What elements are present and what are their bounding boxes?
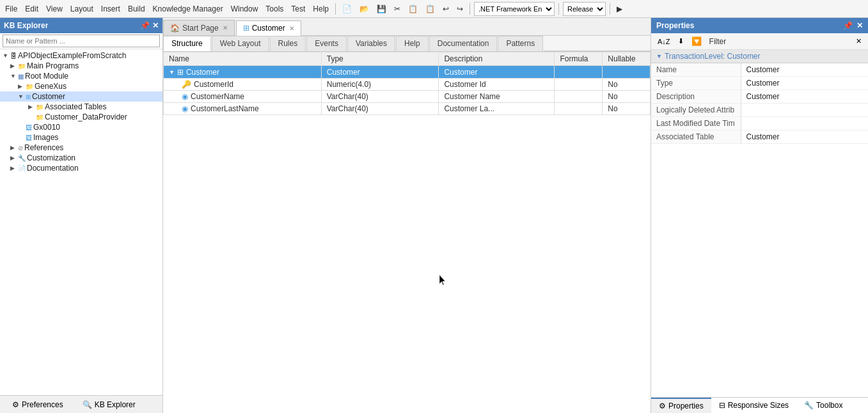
trans-tab-help[interactable]: Help xyxy=(396,36,429,51)
transaction-row-icon: ⊞ xyxy=(177,68,184,77)
search-input[interactable] xyxy=(3,35,160,47)
prop-row-description[interactable]: Description Customer xyxy=(651,90,868,104)
sep2 xyxy=(470,3,470,15)
expand-references[interactable]: ▶ xyxy=(10,144,18,151)
cut-btn[interactable]: ✂ xyxy=(391,3,403,15)
paste-btn[interactable]: 📋 xyxy=(423,3,438,15)
expand-customization[interactable]: ▶ xyxy=(10,155,18,161)
expand-main[interactable]: ▶ xyxy=(10,63,18,69)
insert-menu[interactable]: Insert xyxy=(99,3,123,15)
knowledge-menu[interactable]: Knowledge Manager xyxy=(150,3,226,15)
table-row[interactable]: ◉ CustomerName VarChar(40) Customer Name… xyxy=(164,91,651,103)
tree-item-assoc[interactable]: ▶ 📁 Associated Tables xyxy=(0,102,162,112)
prop-value-logically-deleted xyxy=(741,104,868,117)
undo-btn[interactable]: ↩ xyxy=(440,3,452,15)
tree-item-main[interactable]: ▶ 📁 Main Programs xyxy=(0,61,162,71)
prop-row-logically-deleted[interactable]: Logically Deleted Attrib xyxy=(651,104,868,117)
properties-header: Properties 📌 ✕ xyxy=(651,18,868,33)
kb-close-icon[interactable]: ✕ xyxy=(152,21,159,30)
expand-assoc[interactable]: ▶ xyxy=(28,104,36,110)
prop-label-logically-deleted: Logically Deleted Attrib xyxy=(651,104,741,117)
prop-row-name[interactable]: Name Customer xyxy=(651,63,868,77)
save-btn[interactable]: 💾 xyxy=(374,3,389,15)
start-page-label: Start Page xyxy=(182,24,219,33)
tree-item-images[interactable]: 🖼 Images xyxy=(0,132,162,143)
tab-start[interactable]: 🏠 Start Page ✕ xyxy=(163,20,235,35)
properties-footer-tab-responsive[interactable]: ⊟ Responsive Sizes xyxy=(711,398,796,413)
custom-icon: 🔧 xyxy=(18,155,26,162)
props-filter-btn[interactable]: 🔽 xyxy=(689,35,704,47)
properties-footer-tab-properties[interactable]: ⚙ Properties xyxy=(651,398,711,413)
start-page-close[interactable]: ✕ xyxy=(223,24,228,31)
redo-btn[interactable]: ↪ xyxy=(454,3,466,15)
trans-tab-rules[interactable]: Rules xyxy=(270,36,306,51)
tree-item-customer[interactable]: ▼ ⊞ Customer xyxy=(0,91,162,102)
release-select[interactable]: Release xyxy=(563,2,606,16)
expand-genexus[interactable]: ▶ xyxy=(18,83,26,90)
customer-tab-close[interactable]: ✕ xyxy=(289,25,294,32)
trans-tab-patterns[interactable]: Patterns xyxy=(498,36,543,51)
preferences-tab[interactable]: ⚙ Preferences xyxy=(5,398,70,412)
prop-row-last-modified[interactable]: Last Modified Date Tim xyxy=(651,117,868,130)
tree-item-api[interactable]: ▼ 🗄 APIObjectExampleFromScratch xyxy=(0,51,162,61)
window-menu[interactable]: Window xyxy=(228,3,261,15)
col-type: Type xyxy=(321,52,439,66)
props-x-btn[interactable]: ✕ xyxy=(853,36,864,47)
tools-menu[interactable]: Tools xyxy=(263,3,286,15)
row-type-customername: VarChar(40) xyxy=(321,91,439,103)
build-menu[interactable]: Build xyxy=(125,3,148,15)
table-row[interactable]: 🔑 CustomerId Numeric(4.0) Customer Id No xyxy=(164,79,651,91)
images-label: Images xyxy=(33,133,58,142)
table-row[interactable]: ▼ ⊞ Customer Customer Customer xyxy=(164,66,651,79)
kb-explorer-tab[interactable]: 🔍 KB Explorer xyxy=(75,398,143,412)
file-menu[interactable]: File xyxy=(3,3,20,15)
layout-menu[interactable]: Layout xyxy=(68,3,96,15)
props-tab-label: Properties xyxy=(668,401,704,410)
props-filter-label: Filter xyxy=(709,37,727,46)
open-btn[interactable]: 📂 xyxy=(357,3,372,15)
run-btn[interactable]: ▶ xyxy=(614,3,625,15)
expand-customer-row[interactable]: ▼ xyxy=(169,69,175,75)
prop-row-assoc-table[interactable]: Associated Table Customer xyxy=(651,130,868,144)
trans-tab-weblayout[interactable]: Web Layout xyxy=(212,36,269,51)
tree-item-gx0010[interactable]: 🖼 Gx0010 xyxy=(0,122,162,132)
test-menu[interactable]: Test xyxy=(288,3,308,15)
props-pin-icon[interactable]: 📌 xyxy=(843,21,853,30)
tree-item-cdp[interactable]: 📁 Customer_DataProvider xyxy=(0,112,162,122)
prop-label-last-modified: Last Modified Date Tim xyxy=(651,117,741,130)
prop-label-name: Name xyxy=(651,63,741,77)
kb-pin-icon[interactable]: 📌 xyxy=(140,21,150,30)
tree-item-customization[interactable]: ▶ 🔧 Customization xyxy=(0,153,162,163)
prop-row-type[interactable]: Type Customer xyxy=(651,77,868,90)
expand-api[interactable]: ▼ xyxy=(3,52,10,59)
trans-tab-variables[interactable]: Variables xyxy=(347,36,395,51)
props-az-btn[interactable]: A↓Z xyxy=(655,36,673,47)
copy-btn[interactable]: 📋 xyxy=(406,3,420,15)
expand-customer[interactable]: ▼ xyxy=(18,93,26,100)
expand-documentation[interactable]: ▶ xyxy=(10,165,18,171)
kb-explorer-bottom-label: KB Explorer xyxy=(95,400,136,409)
new-btn[interactable]: 📄 xyxy=(340,3,354,15)
help-menu[interactable]: Help xyxy=(310,3,331,15)
framework-select[interactable]: .NET Framework En xyxy=(474,2,555,16)
props-close-icon[interactable]: ✕ xyxy=(856,21,863,30)
tab-customer[interactable]: ⊞ Customer ✕ xyxy=(236,20,301,36)
tree-item-genexus[interactable]: ▶ 📁 GeneXus xyxy=(0,81,162,91)
view-menu[interactable]: View xyxy=(43,3,65,15)
expand-root[interactable]: ▼ xyxy=(10,73,18,79)
row-name-customer: ▼ ⊞ Customer xyxy=(164,66,322,79)
tree-item-root[interactable]: ▼ ▦ Root Module xyxy=(0,71,162,81)
tree-item-documentation[interactable]: ▶ 📄 Documentation xyxy=(0,163,162,173)
tree-item-references[interactable]: ▶ ⊘ References xyxy=(0,143,162,153)
row-type-customerid: Numeric(4.0) xyxy=(321,79,439,91)
trans-tab-documentation[interactable]: Documentation xyxy=(429,36,498,51)
kb-explorer-tree: ▼ 🗄 APIObjectExampleFromScratch ▶ 📁 Main… xyxy=(0,49,162,395)
edit-menu[interactable]: Edit xyxy=(22,3,41,15)
trans-tab-events[interactable]: Events xyxy=(306,36,347,51)
row-formula-customerlastname xyxy=(555,103,603,115)
properties-footer-tab-toolbox[interactable]: 🔧 Toolbox xyxy=(796,398,850,413)
properties-panel: Properties 📌 ✕ A↓Z ⬇ 🔽 Filter ✕ Transact… xyxy=(651,18,868,413)
table-row[interactable]: ◉ CustomerLastName VarChar(40) Customer … xyxy=(164,103,651,115)
props-sort-btn[interactable]: ⬇ xyxy=(675,36,686,47)
trans-tab-structure[interactable]: Structure xyxy=(163,36,211,51)
